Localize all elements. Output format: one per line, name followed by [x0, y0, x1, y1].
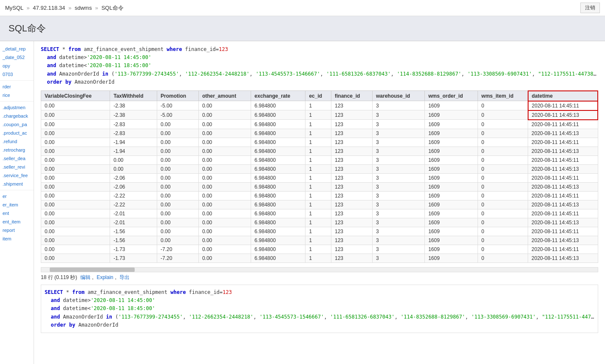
table-cell: 0.00 — [198, 129, 251, 138]
table-cell: 0 — [478, 191, 528, 200]
table-cell: 6.984800 — [251, 173, 305, 182]
sidebar-item-rice[interactable]: rice — [0, 91, 34, 99]
table-cell: 1 — [305, 173, 331, 182]
sql-top-block: SELECT * from amz_finance_event_shipment… — [41, 45, 598, 86]
sidebar-item-retrocharg[interactable]: .retrocharg — [0, 146, 34, 154]
table-cell: 2020-08-11 14:45:11 — [528, 173, 598, 182]
sidebar-item-report[interactable]: report — [0, 226, 34, 234]
table-cell: 1 — [305, 209, 331, 218]
sidebar-item-er[interactable]: er — [0, 192, 34, 200]
table-cell: 0 — [478, 129, 528, 138]
table-cell: 2020-08-11 14:45:13 — [528, 254, 598, 262]
explain-link[interactable]: Explain — [96, 274, 113, 280]
table-cell: 2020-08-11 14:45:11 — [528, 120, 598, 129]
sidebar-item-refund[interactable]: .refund — [0, 137, 34, 146]
sidebar-item-coupon[interactable]: .coupon_pa — [0, 120, 34, 129]
table-cell: 3 — [372, 236, 424, 245]
table-cell: 6.984800 — [251, 254, 305, 262]
table-cell: 1 — [305, 129, 331, 138]
sidebar-item-er-item[interactable]: er_item — [0, 200, 34, 209]
sidebar-item-0703[interactable]: 0703 — [0, 70, 34, 79]
sidebar-item-seller-deal[interactable]: .seller_dea — [0, 154, 34, 163]
table-cell: 1609 — [425, 227, 478, 236]
table-cell: 0.00 — [41, 218, 110, 227]
sidebar-item-ent[interactable]: ent — [0, 209, 34, 217]
sidebar-item-shipment[interactable]: .shipment — [0, 180, 34, 188]
table-cell: 1 — [305, 245, 331, 254]
table-scroll-container[interactable]: VariableClosingFee TaxWithheld Promotion… — [41, 90, 598, 265]
sidebar-item-seller-revi[interactable]: .seller_revi — [0, 163, 34, 171]
horizontal-scrollbar[interactable] — [41, 267, 598, 272]
export-link[interactable]: 导出 — [119, 274, 130, 280]
sidebar-item-opy[interactable]: opy — [0, 62, 34, 70]
table-cell: 3 — [372, 155, 424, 164]
breadcrumb-ip[interactable]: 47.92.118.34 — [33, 5, 65, 11]
table-cell: 1609 — [425, 245, 478, 254]
table-cell: 0.00 — [198, 155, 251, 164]
table-cell: 3 — [372, 138, 424, 147]
table-cell: 0.00 — [41, 138, 110, 147]
sql-bottom-line1: SELECT * from amz_finance_event_shipment… — [45, 288, 594, 296]
table-cell: 123 — [331, 173, 372, 182]
table-cell: 6.984800 — [251, 147, 305, 155]
col-header-wms-order-id: wms_order_id — [425, 91, 478, 101]
breadcrumb-sql[interactable]: SQL命令 — [102, 5, 124, 11]
table-row: 0.00-1.73-7.200.006.98480011233160902020… — [41, 254, 598, 262]
sql-bottom-line2: and datetime>'2020-08-11 14:45:00' — [45, 296, 594, 305]
sidebar-item-rder[interactable]: rder — [0, 82, 34, 91]
table-cell: 0 — [478, 254, 528, 262]
sidebar-item-date052[interactable]: _date_052 — [0, 53, 34, 62]
sql-bottom-line3: and datetime<'2020-08-11 18:45:00' — [45, 305, 594, 313]
table-cell: 3 — [372, 227, 424, 236]
table-cell: 2020-08-11 14:45:11 — [528, 138, 598, 147]
table-cell: 0.00 — [198, 209, 251, 218]
sidebar-item-product[interactable]: .product_ac — [0, 129, 34, 137]
table-cell: 6.984800 — [251, 182, 305, 191]
sidebar-item-ent-item[interactable]: ent_item — [0, 217, 34, 226]
table-cell: 0.00 — [157, 164, 199, 173]
sidebar-item-adjustment[interactable]: .adjustmen — [0, 103, 34, 112]
breadcrumb-db[interactable]: sdwms — [75, 5, 92, 11]
table-cell: 0.00 — [41, 110, 110, 120]
col-header-exchange-rate: exchange_rate — [251, 91, 305, 101]
sidebar-item-item[interactable]: item — [0, 234, 34, 243]
logout-button[interactable]: 注销 — [580, 3, 600, 13]
sql-bottom-line5: order by AmazonOrderId — [45, 321, 594, 329]
table-cell: 2020-08-11 14:45:13 — [528, 182, 598, 191]
table-cell: 0.00 — [157, 147, 199, 155]
col-header-datetime: datetime — [528, 91, 598, 101]
sidebar-item-detail-rep[interactable]: _detail_rep — [0, 45, 34, 53]
table-cell: 0 — [478, 138, 528, 147]
sidebar-item-service-fee[interactable]: .service_fee — [0, 171, 34, 180]
table-cell: 0.00 — [198, 200, 251, 209]
table-cell: -2.01 — [110, 218, 157, 227]
table-row: 0.00-2.220.000.006.98480011233160902020-… — [41, 191, 598, 200]
table-cell: 2020-08-11 14:45:11 — [528, 245, 598, 254]
table-cell: 6.984800 — [251, 110, 305, 120]
table-cell: 0 — [478, 164, 528, 173]
table-cell: 0.00 — [41, 129, 110, 138]
table-cell: 1 — [305, 147, 331, 155]
table-cell: 6.984800 — [251, 236, 305, 245]
breadcrumb-mysql[interactable]: MySQL — [5, 5, 23, 11]
table-cell: 0 — [478, 200, 528, 209]
table-cell: 123 — [331, 245, 372, 254]
table-cell: 123 — [331, 147, 372, 155]
table-cell: 0 — [478, 120, 528, 129]
table-cell: 0.00 — [157, 200, 199, 209]
page-title-bar: SQL命令 — [0, 16, 605, 41]
col-header-other-amount: other_amount — [198, 91, 251, 101]
table-header-row: VariableClosingFee TaxWithheld Promotion… — [41, 91, 598, 101]
table-cell: 1609 — [425, 173, 478, 182]
sidebar-item-chargeback[interactable]: .chargeback — [0, 112, 34, 120]
sql-line4: and AmazonOrderId in ('113-7677399-27434… — [41, 70, 598, 78]
table-cell: 6.984800 — [251, 209, 305, 218]
edit-link[interactable]: 编辑 — [80, 274, 90, 280]
table-cell: 0.00 — [41, 164, 110, 173]
table-cell: 0.00 — [41, 120, 110, 129]
table-cell: 0.00 — [157, 218, 199, 227]
table-cell: -2.06 — [110, 182, 157, 191]
table-cell: 1609 — [425, 138, 478, 147]
table-cell: 0.00 — [157, 155, 199, 164]
table-cell: 6.984800 — [251, 245, 305, 254]
